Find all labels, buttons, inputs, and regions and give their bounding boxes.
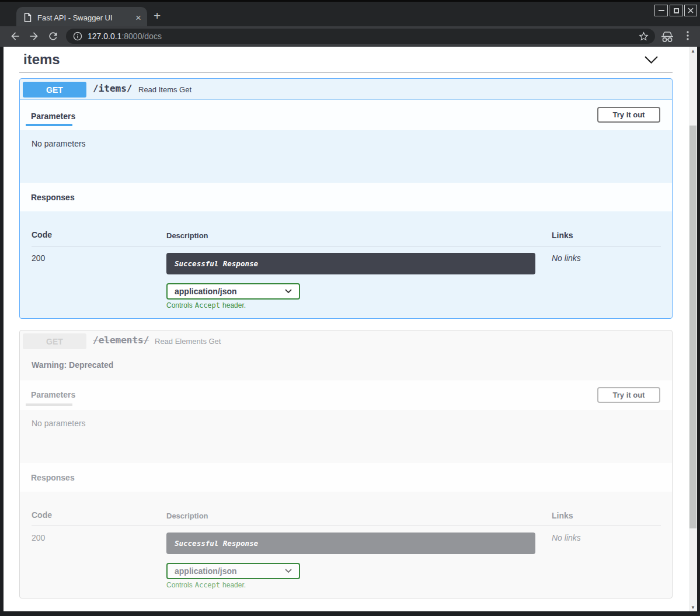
tab-close-icon[interactable]: × [135, 13, 141, 23]
site-info-icon[interactable] [73, 32, 82, 41]
note-prefix: Controls [166, 581, 193, 589]
back-button[interactable] [9, 30, 21, 42]
bookmark-star-icon[interactable] [638, 31, 649, 42]
column-header-links: Links [552, 511, 573, 520]
tab-parameters[interactable]: Parameters [31, 390, 75, 399]
column-header-description: Description [166, 231, 208, 240]
table-divider [32, 525, 661, 526]
parameters-header-row [20, 100, 672, 130]
section-divider [19, 72, 673, 73]
method-badge: GET [23, 82, 86, 98]
opblock-get-elements-deprecated: GET /elements/ Read Elements Get Warning… [19, 330, 673, 598]
note-suffix: header. [222, 581, 246, 589]
column-header-description: Description [166, 511, 208, 520]
close-icon [688, 8, 694, 13]
opblock-header[interactable]: GET /items/ Read Items Get [20, 79, 672, 100]
endpoint-summary: Read Elements Get [155, 337, 221, 346]
endpoint-path: /elements/ [93, 335, 149, 346]
url-text[interactable]: 127.0.0.1:8000/docs [88, 32, 638, 41]
tab-parameters[interactable]: Parameters [31, 112, 75, 121]
try-it-out-button[interactable]: Try it out [597, 107, 660, 123]
address-bar[interactable]: 127.0.0.1:8000/docs [66, 29, 655, 44]
response-description: Successful Response [166, 253, 535, 274]
response-description: Successful Response [166, 533, 535, 554]
opblock-get-items: GET /items/ Read Items Get Parameters Tr… [19, 78, 673, 319]
media-type-value: application/json [175, 566, 237, 576]
swagger-page: items GET /items/ Read Items Get Paramet… [4, 47, 689, 611]
note-suffix: header. [222, 301, 246, 309]
browser-menu-icon[interactable] [682, 30, 693, 41]
incognito-icon [660, 30, 675, 43]
media-type-select[interactable]: application/json [166, 563, 300, 579]
column-header-code: Code [32, 230, 52, 239]
parameters-header-row [20, 380, 672, 410]
note-code: Accept [195, 301, 220, 309]
no-parameters-text: No parameters [32, 419, 86, 428]
section-collapse-chevron-icon[interactable] [644, 55, 659, 64]
scroll-up-arrow-icon[interactable]: ▲ [689, 47, 697, 55]
browser-tab[interactable]: Fast API - Swagger UI × [16, 7, 147, 28]
status-code: 200 [32, 533, 45, 542]
endpoint-path: /items/ [93, 83, 132, 94]
url-host: 127.0.0.1 [88, 32, 121, 41]
try-it-out-button[interactable]: Try it out [597, 387, 660, 403]
accept-header-note: Controls Accept header. [166, 581, 246, 589]
chevron-down-icon [285, 569, 292, 573]
new-tab-button[interactable]: + [154, 9, 161, 23]
no-links-text: No links [552, 253, 581, 263]
no-links-text: No links [552, 533, 581, 542]
responses-header-row [20, 183, 672, 211]
responses-title: Responses [31, 473, 75, 482]
tab-title: Fast API - Swagger UI [37, 13, 135, 22]
opblock-header[interactable]: GET /elements/ Read Elements Get [20, 330, 672, 351]
endpoint-summary: Read Items Get [138, 85, 191, 94]
scrollbar-thumb[interactable] [689, 126, 696, 528]
section-title[interactable]: items [23, 51, 60, 68]
window-close-button[interactable] [684, 5, 697, 16]
page-favicon-icon [24, 13, 32, 22]
minimize-icon [659, 10, 664, 11]
active-tab-underline [26, 403, 72, 406]
accept-header-note: Controls Accept header. [166, 301, 246, 309]
media-type-select[interactable]: application/json [166, 283, 300, 300]
maximize-icon [674, 8, 679, 13]
chevron-down-icon [285, 289, 292, 294]
responses-header-row [20, 463, 672, 492]
scroll-down-arrow-icon[interactable]: ▼ [689, 603, 697, 611]
deprecated-warning: Warning: Deprecated [32, 360, 113, 370]
status-code: 200 [32, 253, 45, 263]
forward-button[interactable] [28, 30, 40, 42]
column-header-links: Links [552, 231, 573, 240]
column-header-code: Code [32, 510, 52, 520]
url-path: :8000/docs [121, 32, 162, 41]
no-parameters-text: No parameters [32, 139, 86, 148]
note-code: Accept [195, 581, 220, 589]
reload-button[interactable] [47, 30, 59, 42]
title-bar: Fast API - Swagger UI × + [0, 0, 700, 26]
media-type-value: application/json [175, 287, 237, 296]
method-badge: GET [23, 333, 86, 349]
active-tab-underline [26, 124, 72, 126]
note-prefix: Controls [166, 301, 193, 309]
responses-title: Responses [31, 193, 75, 202]
browser-window: Fast API - Swagger UI × + 127.0.0.1:8000… [0, 0, 700, 616]
window-minimize-button[interactable] [654, 5, 668, 16]
window-maximize-button[interactable] [670, 5, 683, 16]
vertical-scrollbar[interactable]: ▲ ▼ [689, 47, 697, 611]
table-divider [32, 246, 661, 246]
